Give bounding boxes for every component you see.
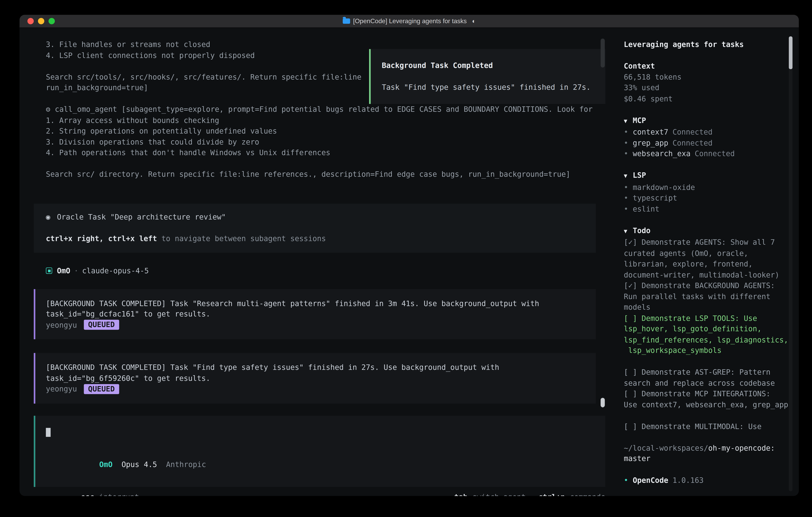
chevron-down-icon: ▼ (624, 171, 633, 182)
tool-call-line: Search src/ directory. Return specific f… (46, 169, 615, 180)
title-bar[interactable]: [OpenCode] Leveraging agents for tasks ◐ (20, 15, 799, 28)
oracle-task-icon: ◉ (46, 211, 57, 222)
oracle-task-title: Oracle Task "Deep architecture review" (57, 212, 226, 221)
context-spent: $0.46 spent (624, 93, 799, 104)
lsp-heading: LSP (633, 171, 646, 179)
todo-heading: Todo (633, 226, 650, 235)
message-text-line: [BACKGROUND TASK COMPLETED] Task "Find t… (46, 362, 585, 373)
omo-agent-icon (46, 268, 52, 274)
tool-call-line (46, 158, 615, 169)
model-info-row: OmOOpus 4.5Anthropic (46, 448, 595, 481)
tool-call-line: 1. Array access without bounds checking (46, 115, 615, 126)
tab-key-hint: tab (454, 492, 468, 496)
navigation-hint-keys: ctrl+x right, ctrl+x left (46, 234, 157, 242)
app-name: OpenCode (633, 476, 668, 484)
queued-status-badge: QUEUED (84, 320, 119, 330)
mcp-item: •context7Connected (624, 127, 799, 137)
chevron-down-icon: ▼ (624, 116, 633, 127)
input-agent-name: OmO (99, 460, 113, 468)
commands-key-label: commands (570, 492, 605, 496)
todo-item: [ ] Demonstrate AST-GREP: Pattern search… (624, 366, 791, 388)
input-provider-name: Anthropic (166, 460, 206, 468)
spinner-dots-icon: ········ (34, 492, 69, 496)
minimize-window-button[interactable] (38, 18, 45, 24)
status-bar: ········ esc interrupt tab switch agent … (34, 492, 605, 496)
tool-call-block: ⚙call_omo_agent [subagent_type=explore, … (20, 104, 615, 180)
context-heading: Context (624, 62, 655, 70)
message-text-line: task_id="bg_6f59260c" to get results. (46, 373, 585, 383)
esc-key-hint: esc (81, 492, 94, 496)
workspace-repo: oh-my-opencode: (708, 443, 775, 452)
gear-icon: ⚙ (46, 104, 55, 115)
window-title-group: [OpenCode] Leveraging agents for tasks ◐ (343, 16, 476, 27)
todo-item: [ ] Demonstrate MULTIMODAL: Use (624, 421, 791, 432)
close-window-button[interactable] (27, 18, 34, 24)
agent-separator: · (74, 265, 78, 276)
agent-name: OmO (57, 265, 70, 276)
traffic-lights (27, 15, 55, 27)
agent-model: claude-opus-4-5 (82, 265, 149, 276)
input-model-name: Opus 4.5 (121, 460, 157, 468)
bullet-icon: • (624, 127, 633, 137)
mcp-section-toggle[interactable]: ▼MCP (624, 115, 799, 127)
commands-key-hint: ctrl+p (538, 492, 565, 496)
main-scrollbar-thumb-top[interactable] (601, 38, 605, 67)
context-section: Context 66,518 tokens 33% used $0.46 spe… (624, 61, 799, 104)
message-text-line: [BACKGROUND TASK COMPLETED] Task "Resear… (46, 298, 585, 309)
workspace-section: ~/local-workspaces/oh-my-opencode: maste… (624, 442, 799, 464)
bullet-icon: • (624, 193, 633, 203)
window-title: [OpenCode] Leveraging agents for tasks (353, 16, 467, 27)
background-task-message: [BACKGROUND TASK COMPLETED] Task "Resear… (34, 289, 596, 339)
lsp-section-toggle[interactable]: ▼LSP (624, 170, 799, 182)
esc-key-label: interrupt (99, 492, 139, 496)
message-author: yeongyu (46, 320, 77, 330)
todo-item: [✓] Demonstrate AGENTS: Show all 7 curat… (624, 237, 791, 280)
context-tokens: 66,518 tokens (624, 72, 799, 82)
version-section: •OpenCode1.0.163 (624, 475, 799, 486)
tool-call-text: call_omo_agent [subagent_type=explore, p… (55, 105, 592, 113)
tool-call-line: ⚙call_omo_agent [subagent_type=explore, … (46, 104, 615, 115)
todo-section: ▼Todo [✓] Demonstrate AGENTS: Show all 7… (624, 225, 799, 432)
bullet-icon: • (624, 137, 633, 148)
bullet-icon: • (624, 203, 633, 214)
bullet-icon: • (624, 182, 633, 193)
activity-moon-icon: ◐ (472, 16, 476, 27)
zoom-window-button[interactable] (49, 18, 55, 24)
sidebar-scrollbar-track[interactable] (789, 36, 792, 491)
lsp-item: •typescript (624, 193, 799, 203)
conversation-pane: Background Task Completed Task "Find typ… (20, 28, 615, 496)
agent-header: OmO · claude-opus-4-5 (46, 265, 615, 276)
context-used: 33% used (624, 82, 799, 93)
session-sidebar: Leveraging agents for tasks Context 66,5… (615, 28, 799, 496)
todo-item: [✓] Demonstrate BACKGROUND AGENTS: Run p… (624, 280, 791, 312)
app-version: 1.0.163 (672, 476, 704, 484)
tool-call-line: 4. Path operations that don't handle Win… (46, 147, 615, 158)
todo-item: [ ] Demonstrate MCP INTEGRATIONS: Use co… (624, 388, 791, 410)
toast-body: Task "Find type safety issues" finished … (382, 82, 605, 92)
sidebar-scrollbar-thumb[interactable] (789, 36, 792, 69)
main-scrollbar-thumb[interactable] (601, 398, 605, 407)
background-task-message: [BACKGROUND TASK COMPLETED] Task "Find t… (34, 353, 596, 403)
tool-call-line: 2. String operations on potentially unde… (46, 126, 615, 136)
lsp-item: •markdown-oxide (624, 182, 799, 193)
mcp-item: •grep_appConnected (624, 137, 799, 148)
background-task-toast[interactable]: Background Task Completed Task "Find typ… (369, 49, 605, 104)
text-cursor (46, 428, 51, 437)
todo-section-toggle[interactable]: ▼Todo (624, 225, 799, 237)
bullet-icon: • (624, 148, 633, 159)
lsp-item: •eslint (624, 203, 799, 214)
mcp-item: •websearch_exaConnected (624, 148, 799, 159)
session-title: Leveraging agents for tasks (624, 39, 799, 50)
tool-call-line: 3. Division operations that could divide… (46, 136, 615, 147)
terminal-line: 3. File handles or streams not closed (46, 39, 615, 50)
bullet-icon: • (624, 475, 633, 486)
queued-status-badge: QUEUED (84, 384, 119, 394)
lsp-section: ▼LSP •markdown-oxide •typescript •eslint (624, 170, 799, 214)
folder-icon (343, 19, 350, 24)
prompt-input[interactable]: OmOOpus 4.5Anthropic (34, 415, 605, 487)
screen: [OpenCode] Leveraging agents for tasks ◐… (0, 0, 812, 517)
tab-key-label: switch agent (472, 492, 526, 496)
todo-item-active: [ ] Demonstrate LSP TOOLS: Use lsp_hover… (624, 313, 791, 356)
message-author: yeongyu (46, 384, 77, 394)
mcp-section: ▼MCP •context7Connected •grep_appConnect… (624, 115, 799, 159)
